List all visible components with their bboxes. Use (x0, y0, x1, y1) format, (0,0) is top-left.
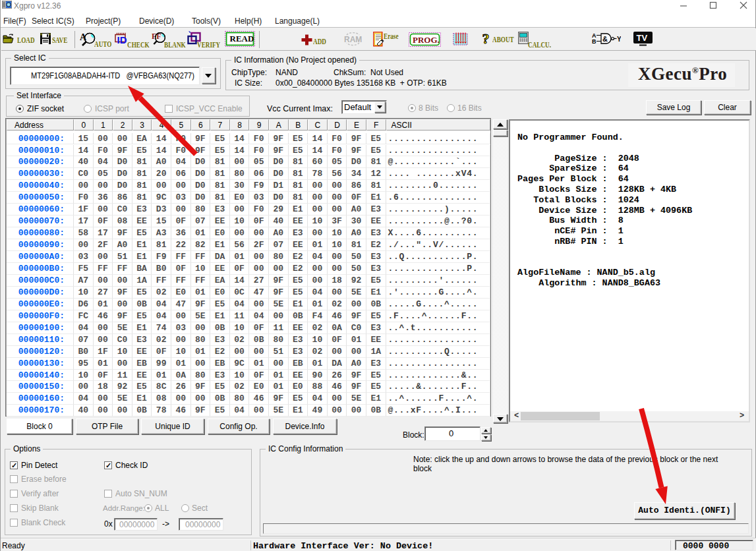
svg-text:RAM: RAM (344, 35, 362, 44)
svg-text:A: A (80, 32, 87, 42)
svg-text:TV: TV (637, 33, 648, 43)
svg-text:PROG.: PROG. (413, 35, 440, 45)
svg-text:Y: Y (617, 36, 621, 43)
svg-text:READ: READ (230, 34, 254, 44)
svg-text:&: & (602, 35, 608, 43)
svg-text:ID: ID (117, 34, 127, 45)
svg-text:?: ? (482, 32, 490, 45)
svg-text:B: B (592, 38, 596, 44)
